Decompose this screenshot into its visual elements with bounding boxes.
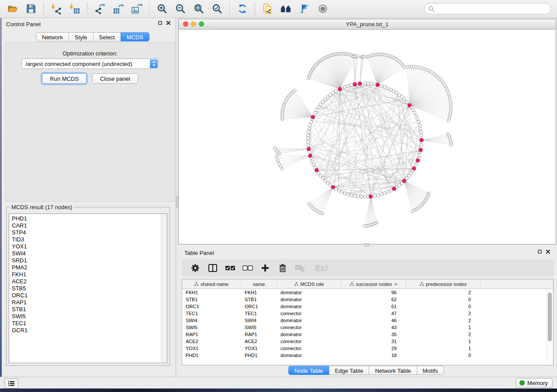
mcds-result-item[interactable]: CAR1 — [9, 222, 167, 229]
memory-button[interactable]: Memory — [515, 378, 553, 388]
mcds-result-item[interactable]: STB5 — [9, 285, 167, 292]
column-type-icon — [194, 282, 198, 286]
table-row[interactable]: ORC1ORC1dominator610 — [182, 303, 553, 310]
task-history-button[interactable] — [4, 378, 18, 389]
search-box[interactable] — [424, 3, 551, 14]
mcds-result-item[interactable]: GCR1 — [9, 327, 167, 334]
table-scrollbar[interactable] — [547, 289, 553, 362]
table-row[interactable]: STB1STB1dominator620 — [182, 296, 553, 303]
zoom-selected-button[interactable] — [210, 2, 225, 16]
close-panel-button[interactable]: Close panel — [92, 73, 138, 84]
save-session-button[interactable] — [24, 2, 38, 16]
zoom-out-button[interactable] — [173, 2, 188, 16]
split-columns-icon — [208, 264, 218, 272]
table-settings-button[interactable] — [189, 261, 202, 275]
table-row[interactable]: TEC1TEC1connector472 — [182, 310, 553, 317]
table-tab-network-table[interactable]: Network Table — [369, 366, 417, 375]
application-window: Control Panel NetworkStyleSelectMCDS Opt… — [0, 0, 557, 392]
table-cell: 2 — [406, 289, 481, 296]
mcds-result-item[interactable]: PHD1 — [9, 215, 167, 222]
control-tab-network[interactable]: Network — [36, 32, 69, 41]
control-panel-titlebar: Control Panel — [2, 18, 176, 29]
table-tab-edge-table[interactable]: Edge Table — [329, 366, 370, 375]
column-type-icon — [350, 282, 354, 286]
table-row[interactable]: ACE2ACE2connector311 — [182, 338, 553, 345]
eye-button[interactable] — [315, 2, 330, 16]
delete-table-button[interactable] — [294, 261, 307, 275]
select-all-columns-button[interactable] — [224, 261, 237, 275]
table-row[interactable]: RAP1RAP1dominator352 — [182, 331, 553, 338]
mcds-list-scrollbar[interactable] — [161, 214, 167, 363]
mcds-result-item[interactable]: STP4 — [9, 229, 167, 236]
table-tab-motifs[interactable]: Motifs — [417, 366, 444, 375]
split-panel-button[interactable] — [206, 261, 219, 275]
mcds-result-item[interactable]: SWI5 — [9, 313, 167, 320]
table-tab-node-table[interactable]: Node Table — [288, 366, 329, 375]
table-cell: connector — [277, 338, 342, 345]
table-body: FKH1FKH1dominator962STB1STB1dominator620… — [182, 289, 553, 359]
column-header-name[interactable]: name — [241, 279, 277, 289]
mcds-result-item[interactable]: SRD1 — [9, 257, 167, 264]
close-panel-icon[interactable] — [166, 21, 170, 25]
function-builder-button[interactable]: f(x) — [311, 261, 330, 275]
control-tab-select[interactable]: Select — [93, 32, 121, 41]
table-toolbar: f(x) — [182, 259, 554, 277]
control-tab-mcds[interactable]: MCDS — [121, 32, 149, 41]
zoom-fit-button[interactable] — [191, 2, 206, 16]
clone-network-button[interactable] — [260, 2, 275, 16]
mcds-result-item[interactable]: PMA2 — [9, 264, 167, 271]
delete-column-button[interactable] — [276, 261, 289, 275]
mcds-result-list[interactable]: PHD1CAR1STP4TID3YOX1SWI4SRD1PMA2FKH1ACE2… — [9, 213, 167, 363]
hide-flag-icon — [299, 3, 310, 14]
column-header-shared-name[interactable]: shared name — [182, 279, 241, 289]
zoom-fit-icon — [193, 3, 204, 14]
import-network-button[interactable] — [49, 2, 64, 16]
table-cell: 2 — [406, 317, 481, 324]
mcds-result-item[interactable]: TID3 — [9, 236, 167, 243]
table-cell: RAP1 — [241, 331, 277, 338]
mcds-result-item[interactable]: TEC1 — [9, 320, 167, 327]
mcds-result-item[interactable]: YOX1 — [9, 243, 167, 250]
add-column-button[interactable] — [259, 261, 272, 275]
export-network-button[interactable] — [93, 2, 107, 16]
table-cell: SWI5 — [182, 324, 241, 331]
network-graph[interactable] — [179, 29, 556, 244]
search-input[interactable] — [436, 4, 550, 14]
table-row[interactable]: SWI4SWI4dominator462 — [182, 317, 553, 324]
export-table-button[interactable] — [111, 2, 126, 16]
mcds-result-item[interactable]: FKH1 — [9, 271, 167, 278]
close-panel-icon[interactable] — [546, 250, 550, 254]
mcds-result-item[interactable]: ACE2 — [9, 278, 167, 285]
float-panel-icon[interactable] — [538, 250, 542, 254]
table-cell: connector — [277, 310, 342, 317]
network-window-titlebar[interactable]: YPA_prune.txt_1 — [179, 19, 556, 30]
zoom-in-button[interactable] — [155, 2, 170, 16]
table-row[interactable]: FKH1FKH1dominator962 — [182, 289, 553, 296]
column-header-predecessor-nodes[interactable]: predecessor nodes — [406, 279, 481, 289]
mcds-result-item[interactable]: STB1 — [9, 306, 167, 313]
float-panel-icon[interactable] — [158, 21, 162, 25]
table-row[interactable]: PHD1PHD1dominator180 — [182, 352, 553, 359]
deselect-all-columns-button[interactable] — [241, 261, 254, 275]
column-header-successor-nodes[interactable]: successor nodes — [342, 279, 406, 289]
binoculars-button[interactable] — [279, 2, 294, 16]
refresh-button[interactable] — [235, 2, 250, 16]
run-mcds-button[interactable]: Run MCDS — [42, 73, 86, 84]
table-cell: ACE2 — [241, 338, 277, 345]
hide-selected-button[interactable] — [297, 2, 312, 16]
column-header-MCDS-role[interactable]: MCDS role — [277, 279, 342, 289]
mcds-result-item[interactable]: RAP1 — [9, 299, 167, 306]
export-image-button[interactable] — [129, 2, 144, 16]
table-scrollbar-thumb[interactable] — [548, 292, 552, 341]
table-row[interactable]: SWI5SWI5connector431 — [182, 324, 553, 331]
mcds-result-item[interactable]: SWI4 — [9, 250, 167, 257]
plus-icon — [261, 264, 269, 272]
table-row[interactable]: YOX1YOX1connector291 — [182, 345, 553, 352]
table-cell: SWI5 — [241, 324, 277, 331]
table-cell: 0 — [406, 296, 481, 303]
control-tab-style[interactable]: Style — [69, 32, 93, 41]
import-table-button[interactable] — [67, 2, 82, 16]
mcds-result-item[interactable]: ORC1 — [9, 292, 167, 299]
criterion-select[interactable]: largest connected component (undirected) — [21, 58, 159, 69]
open-session-button[interactable] — [5, 2, 20, 16]
